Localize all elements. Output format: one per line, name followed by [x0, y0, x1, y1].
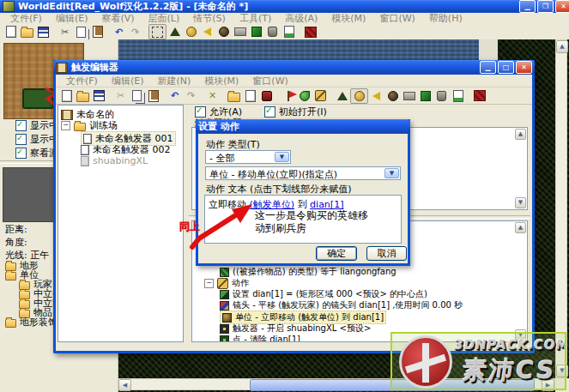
tree-category[interactable]: 训练场	[89, 119, 118, 132]
script-action-set[interactable]: 设置 dian[1] = (矩形区域 000 <预设> 的中心点)	[233, 288, 427, 300]
script-scroll-up-icon[interactable]: ▲	[515, 222, 526, 233]
ai-editor-icon[interactable]	[281, 25, 297, 39]
save-map-icon[interactable]	[35, 25, 51, 39]
trigger-test-icon[interactable]	[471, 89, 487, 103]
sound-editor-icon[interactable]	[199, 25, 215, 39]
undo-icon[interactable]: ↶	[111, 25, 127, 39]
trigger-undo-icon[interactable]: ↶	[166, 89, 183, 103]
comment-scroll-down-icon[interactable]: ▼	[515, 197, 526, 208]
scroll-up-icon[interactable]: ▲	[556, 40, 568, 53]
selection-tool-icon[interactable]	[148, 24, 166, 39]
action-type-label: 动作 类型(T)	[206, 138, 260, 151]
trigger-editor-titlebar[interactable]: 触发编辑器 ▁ □ ✕	[53, 60, 535, 75]
trigger-maximize-button[interactable]: □	[498, 61, 514, 74]
folder-icon	[5, 319, 16, 328]
region-palette-icon[interactable]	[248, 25, 264, 39]
trigger-minimize-button[interactable]: ▁	[480, 61, 496, 74]
unit-palette-icon[interactable]	[215, 25, 232, 39]
scroll-left-icon[interactable]: ◀	[118, 379, 131, 391]
script-action-move-unit[interactable]: 单位 - 立即移动 (触发单位) 到 dian[1]	[235, 311, 384, 323]
trigger-ai-icon[interactable]	[450, 89, 466, 103]
trigger-toolbar: ✂ ↶ ↷ ✕	[56, 87, 532, 105]
set-variable-icon	[220, 290, 229, 299]
chevron-down-icon[interactable]: ▼	[275, 152, 289, 162]
trigger-save-icon[interactable]	[91, 89, 107, 103]
action-filter-combobox[interactable]: - 全部 ▼	[205, 150, 291, 164]
show-neutral-buildings-checkbox[interactable]	[15, 120, 27, 131]
angle-label: 角度:	[5, 236, 27, 249]
tree-trigger-shuabing[interactable]: shuabingXL	[93, 155, 148, 166]
watermark-logo	[399, 335, 452, 389]
new-comment-icon[interactable]	[258, 89, 275, 103]
trigger-cut-icon[interactable]: ✂	[112, 89, 129, 103]
open-map-icon[interactable]	[19, 25, 35, 39]
doodad-palette-icon[interactable]	[183, 25, 199, 39]
trigger-menu-new[interactable]: 新建(N)	[150, 74, 197, 88]
copy-icon[interactable]	[73, 25, 89, 39]
view-game-minimap-checkbox[interactable]	[15, 148, 27, 159]
map-water-band	[118, 39, 479, 60]
trigger-close-button[interactable]: ✕	[516, 61, 532, 74]
new-action-icon[interactable]	[312, 89, 329, 103]
script-action-camera[interactable]: 镜头 - 平移 (触发玩家) 的镜头到 dian[1] ,使用时间 0.00 秒	[233, 299, 463, 311]
item-editor-icon[interactable]	[264, 25, 281, 39]
script-actions-label[interactable]: 动作	[232, 277, 249, 289]
trigger-terrain-palette-icon[interactable]	[334, 89, 350, 103]
trigger-sound-icon[interactable]	[368, 89, 384, 103]
trigger-copy-icon[interactable]	[129, 89, 145, 103]
terrain-palette-icon[interactable]	[166, 25, 183, 39]
restore-button[interactable]: ❐	[537, 0, 554, 13]
test-map-icon[interactable]	[302, 25, 318, 39]
ok-button[interactable]: 确定	[316, 246, 357, 261]
action-type-combobox[interactable]: 单位 - 移动单位(立即)(指定点) ▼	[205, 166, 401, 180]
trigger-initially-on-checkbox[interactable]	[264, 106, 275, 118]
tree-trigger-002[interactable]: 未命名触发器 002	[93, 143, 171, 156]
worldedit-screen: WorldEdit[Red_Wolf汉化1.2.2版] - [未命名的 *] ▁…	[0, 0, 569, 392]
redo-icon[interactable]: ↷	[127, 25, 143, 39]
main-menubar: 文件(F) 编辑(E) 察看(V) 层面(L) 情节(S) 工具(T) 高级(A…	[0, 13, 569, 25]
action-text-label: 动作 文本 (点击下划线部分来赋值)	[206, 183, 352, 196]
camera-palette-icon[interactable]	[232, 25, 248, 39]
new-map-icon[interactable]	[3, 25, 19, 39]
paste-icon[interactable]	[89, 25, 106, 39]
trigger-redo-icon[interactable]: ↷	[183, 89, 199, 103]
chevron-down-icon[interactable]: ▼	[384, 168, 399, 178]
delete-trigger-icon[interactable]: ✕	[204, 89, 221, 103]
trigger-menu-module[interactable]: 模块(M)	[197, 74, 245, 88]
ok-label: 确定	[327, 247, 346, 260]
cut-icon[interactable]: ✂	[57, 25, 73, 39]
tutorial-note-line1: 这一步是令购买的英雄移	[255, 209, 399, 222]
cancel-button[interactable]: 取消	[366, 246, 407, 261]
cancel-label: 取消	[378, 247, 396, 260]
trigger-new-icon[interactable]	[58, 89, 75, 103]
watermark: 3DNPACK.COM 素沛CS	[390, 332, 566, 390]
trigger-region-icon[interactable]	[417, 89, 433, 103]
map-vscrollbar[interactable]: ▲ ▼	[555, 39, 567, 378]
trigger-item-icon[interactable]	[433, 89, 450, 103]
collapse-icon[interactable]: −	[204, 279, 214, 288]
script-condition[interactable]: ((被操作物品) 的类型) 等于 liangongfang	[233, 266, 396, 278]
new-category-icon[interactable]	[226, 89, 242, 103]
trigger-doodad-palette-icon[interactable]	[350, 88, 368, 104]
new-event-icon[interactable]	[280, 89, 296, 103]
comment-scroll-up-icon[interactable]: ▲	[515, 129, 526, 140]
minimize-button[interactable]: ▁	[519, 0, 536, 13]
trigger-unit-palette-icon[interactable]	[384, 89, 401, 103]
trigger-page-icon-disabled	[81, 156, 89, 166]
trigger-menu-edit[interactable]: 编辑(E)	[105, 74, 151, 88]
new-trigger-icon[interactable]	[242, 89, 258, 103]
set-action-titlebar[interactable]: 设置 动作	[196, 119, 410, 134]
show-neutral-units-checkbox[interactable]	[15, 134, 27, 145]
close-button[interactable]: ✕	[555, 0, 569, 13]
new-condition-icon[interactable]	[296, 89, 312, 103]
script-action-clear-point[interactable]: 点 - 清除 dian[1]	[233, 334, 300, 342]
trigger-open-icon[interactable]	[75, 89, 91, 103]
script-action-turn-on[interactable]: 触发器 - 开启 shuabingXL <预设>	[233, 323, 371, 335]
trigger-menu-file[interactable]: 文件(F)	[59, 74, 105, 88]
watermark-brand: 素沛CS	[460, 354, 559, 387]
trigger-paste-icon[interactable]	[145, 89, 161, 103]
trigger-menu-window[interactable]: 窗口(W)	[245, 74, 294, 88]
annotation-arrow	[187, 201, 257, 250]
collapse-icon[interactable]: −	[61, 121, 70, 130]
trigger-camera-icon[interactable]	[401, 89, 417, 103]
